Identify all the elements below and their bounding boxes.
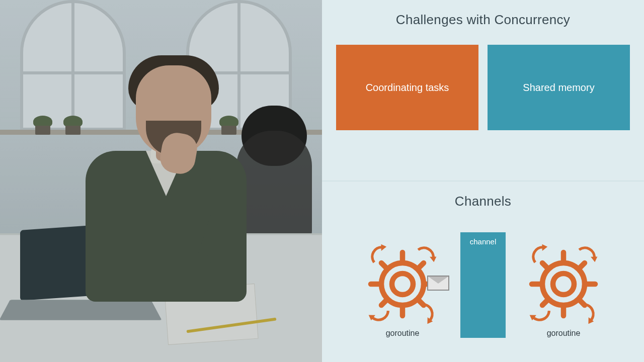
slide-challenges: Challenges with Concurrency Coordinating… (322, 0, 644, 180)
channel: channel (460, 232, 506, 338)
svg-point-3 (542, 263, 585, 305)
hero-photo (0, 0, 322, 362)
channel-label: channel (470, 237, 497, 246)
goroutine-left: goroutine (365, 246, 440, 338)
channels-diagram: goroutine channel (322, 222, 644, 338)
goroutine-label: goroutine (547, 329, 581, 338)
envelope-icon (427, 276, 449, 291)
card-label: Shared memory (523, 82, 594, 94)
challenge-cards: Coordinating tasks Shared memory (322, 45, 644, 130)
slide-title: Challenges with Concurrency (322, 0, 644, 28)
gear-icon (526, 246, 601, 322)
gear-icon (365, 246, 440, 322)
course-thumbnail: Challenges with Concurrency Coordinating… (0, 0, 644, 362)
card-coordinating-tasks: Coordinating tasks (336, 45, 478, 130)
slide-channels: Channels (322, 180, 644, 362)
goroutine-label: goroutine (386, 329, 420, 338)
slide-title: Channels (322, 182, 644, 209)
goroutine-right: goroutine (526, 246, 601, 338)
svg-point-0 (392, 274, 413, 295)
slide-stack: Challenges with Concurrency Coordinating… (322, 0, 644, 362)
card-label: Coordinating tasks (366, 82, 449, 94)
svg-point-1 (381, 263, 424, 305)
channel-box: channel (460, 232, 506, 338)
svg-point-2 (553, 274, 574, 295)
card-shared-memory: Shared memory (488, 45, 630, 130)
